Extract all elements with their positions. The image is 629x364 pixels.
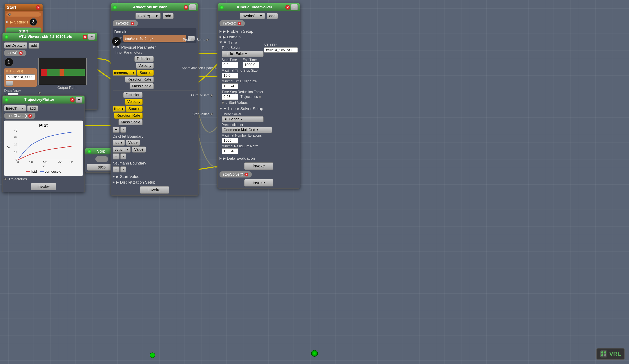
- vrl-logo: VRL: [596, 348, 625, 360]
- inner-params-label: Inner Parameters: [115, 50, 196, 55]
- advection-invoke-btn[interactable]: invoke: [140, 186, 169, 194]
- svg-text:250: 250: [28, 161, 33, 164]
- linear-solver-select[interactable]: BiCGStab ▼: [222, 116, 264, 122]
- advection-add-btn[interactable]: add: [163, 13, 174, 19]
- vtu-viewer-close[interactable]: ✕: [83, 35, 87, 39]
- trajectory-title: TrajectoryPlotter: [8, 98, 70, 102]
- bottom-select[interactable]: bottom ▼: [113, 147, 131, 152]
- neumann-label: Neumann Boundary: [113, 161, 196, 166]
- mass-scale2-btn[interactable]: Mass Scale: [119, 119, 143, 125]
- vtu-file-input[interactable]: out/skin2d_t0050.: [6, 74, 35, 80]
- vtu-file-label: VTU-File: [264, 43, 298, 47]
- reduction-input[interactable]: 0.25: [222, 94, 238, 100]
- reduction-label: Time Step Reduction Factor: [222, 90, 298, 94]
- time-solver-label: Time Solver: [222, 46, 249, 50]
- kinetic-invoke-select[interactable]: invoke(... ▼: [240, 13, 265, 19]
- output-data-label: Output-Data: [191, 94, 209, 97]
- advection-invoke-bar[interactable]: invoke() ✕: [113, 20, 138, 26]
- mass-scale-btn[interactable]: Mass Scale: [130, 83, 154, 89]
- advection-close[interactable]: ✕: [184, 5, 188, 10]
- trajectory-green-dot: [4, 98, 8, 102]
- discretization-header: ▶ Discretization Setup: [113, 180, 196, 185]
- badge-2: 2: [112, 37, 121, 46]
- remove-group-btn[interactable]: -: [120, 126, 126, 133]
- min-residuum-input[interactable]: 1.0E-6: [222, 148, 238, 154]
- start-values-connector: [210, 113, 213, 116]
- setdeb-select[interactable]: setDeb... ▼: [4, 42, 27, 49]
- grid-input[interactable]: tmp/skin-2d-2.ugx: [125, 37, 153, 41]
- max-step-label: Maximal Time Step Size: [222, 69, 298, 73]
- max-step-input[interactable]: 10.0: [222, 73, 238, 79]
- stop-solver-close[interactable]: ✕: [244, 173, 248, 176]
- add-group-btn[interactable]: +: [113, 126, 120, 133]
- trajectories-k-connector: [259, 96, 261, 98]
- kinetic-invoke2-btn[interactable]: invoke: [244, 179, 274, 187]
- trajectory-close[interactable]: ✕: [70, 98, 75, 102]
- svg-text:0: 0: [17, 161, 19, 164]
- lipid-select[interactable]: lipid ▼: [113, 106, 125, 112]
- dirichlet-remove-btn[interactable]: -: [120, 153, 126, 159]
- kinetic-green-dot: [220, 5, 224, 9]
- svg-text:40: 40: [14, 129, 17, 132]
- end-time-input[interactable]: 1000.0: [243, 62, 259, 68]
- vtu-viewer-minimize[interactable]: −: [88, 34, 95, 40]
- min-step-input[interactable]: 1.0E-4: [222, 83, 238, 89]
- value-btn[interactable]: Value: [126, 139, 140, 146]
- vtu-invoke-close[interactable]: ✕: [19, 51, 23, 55]
- vtu-ellipsis-btn[interactable]: ...: [6, 81, 13, 86]
- advection-invoke-select[interactable]: invoke(... ▼: [136, 13, 160, 19]
- kinetic-invoke-close[interactable]: ✕: [238, 22, 241, 25]
- velocity2-btn[interactable]: Velocity: [125, 99, 143, 105]
- trajectory-add-btn[interactable]: add: [27, 105, 38, 112]
- vtu-add-btn[interactable]: add: [28, 43, 39, 49]
- linecharts-close[interactable]: ✕: [28, 114, 32, 118]
- top-select[interactable]: top ▼: [113, 140, 125, 146]
- linear-solver-label: Linear Solver: [222, 112, 298, 116]
- kinetic-add-btn[interactable]: add: [267, 13, 278, 19]
- neumann-add-btn[interactable]: +: [113, 166, 120, 172]
- kinetic-close[interactable]: ✕: [285, 5, 290, 10]
- svg-point-0: [150, 353, 155, 358]
- trajectory-invoke-btn[interactable]: invoke: [31, 183, 56, 190]
- vtu-chart: [38, 58, 87, 85]
- vtu-file-input-k[interactable]: t/skin2d_t0050.vtu: [264, 47, 298, 53]
- max-iter-input[interactable]: 1000: [222, 138, 238, 143]
- svg-text:500: 500: [43, 161, 47, 164]
- dirichlet-add-btn[interactable]: +: [113, 153, 120, 159]
- trajectories-k-label: Trajectories: [240, 95, 258, 99]
- advection-minimize[interactable]: −: [189, 4, 196, 10]
- stop-solver-bar[interactable]: stopSolver() ✕: [219, 171, 252, 177]
- corneocyte-select[interactable]: corneocyte ▼: [113, 70, 136, 76]
- reaction-rate2-btn[interactable]: Reaction Rate: [114, 113, 143, 119]
- value2-btn[interactable]: Value: [132, 146, 146, 152]
- linech-select[interactable]: lineCh... ▼: [4, 105, 26, 112]
- start-time-input[interactable]: 0.0: [222, 62, 238, 68]
- start-window-header: Start ✕: [4, 4, 43, 11]
- start-value-header: ▶ Start Value: [113, 174, 196, 179]
- kinetic-minimize[interactable]: −: [291, 4, 298, 10]
- output-path-connector: [38, 92, 41, 94]
- linecharts-bar[interactable]: lineCharts() ✕: [4, 113, 35, 119]
- kinetic-window: KineticLinearSolver ✕ − invoke(... ▼ add…: [217, 3, 300, 189]
- kinetic-invoke-btn[interactable]: invoke: [244, 162, 274, 170]
- time-solver-select[interactable]: Implicit Euler ▼: [222, 51, 264, 57]
- advection-invoke-close[interactable]: ✕: [131, 22, 134, 25]
- reaction-rate-btn[interactable]: Reaction Rate: [125, 77, 154, 83]
- diffusion2-btn[interactable]: Diffusion: [123, 92, 143, 98]
- vtu-invoke-bar[interactable]: view() ✕: [4, 50, 26, 56]
- velocity-btn[interactable]: Velocity: [136, 63, 154, 69]
- svg-rect-19: [604, 352, 606, 354]
- source-btn[interactable]: Source: [137, 70, 154, 76]
- trajectories-connector: [4, 178, 7, 180]
- diffusion-btn[interactable]: Diffusion: [134, 56, 154, 62]
- physical-param-header: ▼ Physical Parameter: [113, 45, 196, 50]
- trajectory-minimize[interactable]: −: [75, 97, 82, 103]
- advection-header: AdvectionDiffusion ✕ −: [111, 3, 198, 11]
- preconditioner-select[interactable]: Geometric MultiGrid ▼: [222, 127, 272, 133]
- start-close-btn[interactable]: ✕: [36, 5, 40, 10]
- svg-rect-3: [41, 69, 47, 76]
- kinetic-invoke-bar[interactable]: invoke() ✕: [219, 20, 245, 26]
- neumann-remove-btn[interactable]: -: [120, 166, 126, 172]
- source2-btn[interactable]: Source: [126, 106, 143, 112]
- dirichlet-label: Dirichlet Boundary: [113, 134, 196, 139]
